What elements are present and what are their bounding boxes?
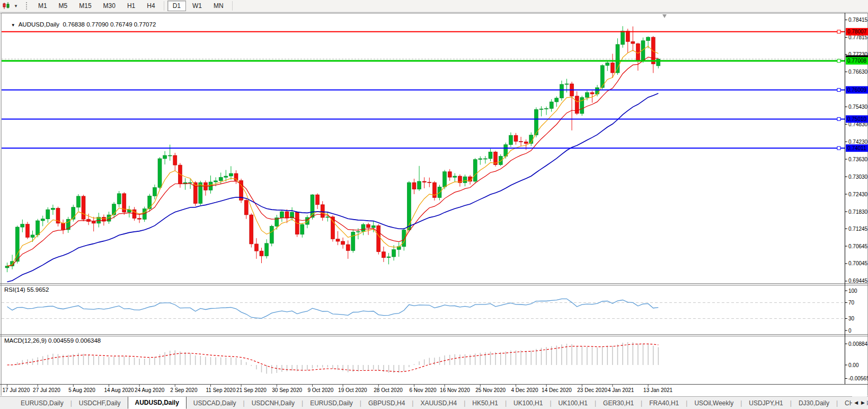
svg-text:24 Aug 2020: 24 Aug 2020 bbox=[135, 387, 165, 393]
svg-text:0.73030: 0.73030 bbox=[848, 174, 868, 180]
tab-hk50-h1[interactable]: HK50,H1 bbox=[465, 397, 505, 409]
svg-text:0.73630: 0.73630 bbox=[848, 156, 868, 162]
tab-usoil-weekly[interactable]: USOil,Weekly bbox=[687, 397, 740, 409]
svg-text:5 Aug 2020: 5 Aug 2020 bbox=[68, 387, 95, 393]
tab-uk100-h1[interactable]: UK100,H1 bbox=[507, 397, 550, 409]
tab-usdcad-daily[interactable]: USDCAD,Daily bbox=[187, 397, 243, 409]
svg-text:30 Sep 2020: 30 Sep 2020 bbox=[272, 387, 302, 393]
svg-text:14 Dec 2020: 14 Dec 2020 bbox=[542, 387, 572, 393]
tab-scroll-arrows: ◀ ▶ bbox=[852, 396, 867, 409]
svg-text:4 Dec 2020: 4 Dec 2020 bbox=[511, 387, 539, 393]
tab-scroll-right-icon[interactable]: ▶ bbox=[861, 400, 865, 405]
svg-text:0.72430: 0.72430 bbox=[848, 192, 868, 197]
tab-xauusd-h4[interactable]: XAUUSD,H4 bbox=[413, 397, 464, 409]
tab-audusd-daily[interactable]: AUDUSD,Daily bbox=[128, 396, 187, 409]
svg-text:25 Nov 2020: 25 Nov 2020 bbox=[475, 387, 506, 393]
svg-text:100: 100 bbox=[848, 288, 857, 294]
ohlc-quote: 0.76838 0.77090 0.76749 0.77072 bbox=[63, 21, 156, 28]
collapse-toggle-icon[interactable]: ▼ bbox=[11, 23, 15, 28]
svg-text:0.71245: 0.71245 bbox=[848, 226, 868, 232]
tab-eurusd-daily[interactable]: EURUSD,Daily bbox=[303, 397, 360, 409]
svg-text:0.75010: 0.75010 bbox=[847, 116, 867, 122]
svg-text:6 Nov 2020: 6 Nov 2020 bbox=[410, 387, 437, 393]
svg-text:-0.00565: -0.00565 bbox=[848, 376, 868, 381]
chart-tab-bar: EURUSD,Daily|USDCHF,DailyAUDUSD,DailyUSD… bbox=[0, 396, 868, 409]
svg-text:17 Jul 2020: 17 Jul 2020 bbox=[3, 387, 30, 393]
hline-handle[interactable] bbox=[837, 117, 840, 120]
tab-dj30-daily[interactable]: DJ30,Daily bbox=[792, 397, 836, 409]
tab-uk100-h1[interactable]: UK100,H1 bbox=[552, 397, 595, 409]
chart-symbol-title: AUDUSD,Daily bbox=[19, 21, 59, 28]
svg-text:0.77008: 0.77008 bbox=[847, 58, 867, 64]
rsi-indicator-label: RSI(14) 55.9652 bbox=[4, 286, 49, 293]
svg-text:27 Jul 2020: 27 Jul 2020 bbox=[33, 387, 60, 393]
svg-text:16 Nov 2020: 16 Nov 2020 bbox=[440, 387, 470, 393]
chart-background bbox=[0, 13, 868, 396]
svg-text:70: 70 bbox=[848, 300, 855, 306]
svg-text:28 Oct 2020: 28 Oct 2020 bbox=[374, 387, 403, 393]
svg-text:9 Oct 2020: 9 Oct 2020 bbox=[308, 387, 334, 393]
svg-text:0.00884: 0.00884 bbox=[848, 341, 868, 347]
svg-text:21 Sep 2020: 21 Sep 2020 bbox=[236, 387, 267, 393]
svg-text:2 Sep 2020: 2 Sep 2020 bbox=[170, 387, 198, 393]
tab-fra40-h1[interactable]: FRA40,H1 bbox=[642, 397, 686, 409]
svg-text:19 Oct 2020: 19 Oct 2020 bbox=[338, 387, 367, 393]
svg-text:0.78007: 0.78007 bbox=[847, 29, 867, 34]
svg-text:23 Dec 2020: 23 Dec 2020 bbox=[577, 387, 607, 393]
chart-title-bar: ▼AUDUSD,Daily 0.76838 0.77090 0.76749 0.… bbox=[4, 15, 156, 34]
tab-ger30-h1[interactable]: GER30,H1 bbox=[596, 397, 641, 409]
svg-text:0.70045: 0.70045 bbox=[848, 260, 868, 266]
tab-usdjpy-h1[interactable]: USDJPY,H1 bbox=[742, 397, 790, 409]
svg-text:0.71830: 0.71830 bbox=[848, 209, 868, 215]
svg-text:0.74011: 0.74011 bbox=[847, 145, 866, 151]
svg-text:0.78415: 0.78415 bbox=[848, 17, 868, 23]
svg-text:0.76630: 0.76630 bbox=[848, 69, 868, 75]
tab-scroll-left-icon[interactable]: ◀ bbox=[854, 400, 858, 405]
hline-handle[interactable] bbox=[837, 30, 840, 33]
svg-text:0.74230: 0.74230 bbox=[848, 139, 868, 145]
chart-window: 0.784150.778150.772300.766300.754300.748… bbox=[0, 12, 868, 396]
svg-text:0.69445: 0.69445 bbox=[848, 278, 868, 284]
svg-text:30: 30 bbox=[848, 316, 855, 321]
price-axis: 0.784150.778150.772300.766300.754300.748… bbox=[845, 17, 868, 284]
tab-eurusd-daily[interactable]: EURUSD,Daily bbox=[14, 397, 70, 409]
tab-usdchf-daily[interactable]: USDCHF,Daily bbox=[72, 397, 128, 409]
tab-usdcnh-daily[interactable]: USDCNH,Daily bbox=[245, 397, 302, 409]
svg-text:0.00: 0.00 bbox=[848, 362, 859, 368]
svg-text:11 Sep 2020: 11 Sep 2020 bbox=[206, 387, 236, 393]
svg-text:0.70645: 0.70645 bbox=[848, 243, 868, 249]
hline-handle[interactable] bbox=[837, 89, 840, 92]
svg-text:14 Aug 2020: 14 Aug 2020 bbox=[104, 387, 135, 393]
tab-gbpusd-h4[interactable]: GBPUSD,H4 bbox=[361, 397, 412, 409]
chart-canvas[interactable]: 0.784150.778150.772300.766300.754300.748… bbox=[0, 0, 868, 409]
svg-text:0.75430: 0.75430 bbox=[848, 104, 868, 110]
hline-handle[interactable] bbox=[837, 59, 840, 63]
svg-text:13 Jan 2021: 13 Jan 2021 bbox=[643, 387, 672, 393]
svg-text:0: 0 bbox=[848, 328, 852, 334]
svg-text:4 Jan 2021: 4 Jan 2021 bbox=[608, 387, 634, 393]
macd-indicator-label: MACD(12,26,9) 0.004559 0.006348 bbox=[4, 337, 101, 344]
svg-text:0.76009: 0.76009 bbox=[847, 87, 867, 93]
hline-handle[interactable] bbox=[837, 146, 840, 150]
